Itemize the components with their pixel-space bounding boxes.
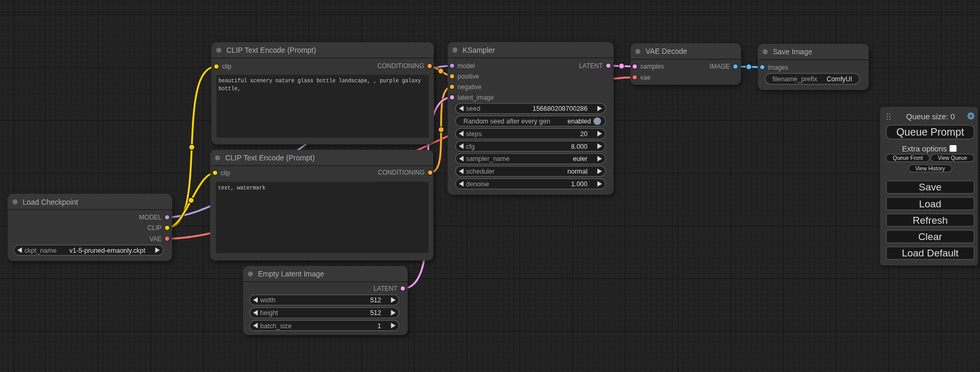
svg-text:v1-5-pruned-emaonly.ckpt: v1-5-pruned-emaonly.ckpt (70, 247, 146, 254)
svg-text:VAE: VAE (149, 235, 161, 243)
svg-text:positive: positive (458, 73, 479, 80)
svg-text:Clear: Clear (918, 231, 943, 242)
svg-text:Load Checkpoint: Load Checkpoint (23, 198, 78, 206)
svg-text:1.000: 1.000 (571, 180, 587, 188)
svg-text:1: 1 (377, 322, 381, 330)
svg-text:View Queue: View Queue (938, 155, 967, 161)
svg-text:Load: Load (919, 198, 941, 209)
svg-text:Queue size: 0: Queue size: 0 (906, 112, 955, 121)
svg-text:Extra options: Extra options (902, 145, 947, 153)
svg-text:Random seed after every gen: Random seed after every gen (463, 118, 550, 125)
svg-text:enabled: enabled (568, 118, 591, 125)
svg-text:bottle,: bottle, (219, 86, 241, 92)
svg-text:Save: Save (919, 182, 942, 193)
svg-text:vae: vae (641, 74, 651, 81)
svg-text:clip: clip (222, 63, 231, 70)
svg-text:156680208700286: 156680208700286 (532, 105, 587, 112)
svg-text:model: model (458, 62, 475, 70)
svg-text:cfg: cfg (466, 143, 475, 150)
svg-text:scheduler: scheduler (466, 168, 494, 175)
svg-text:samples: samples (641, 63, 664, 70)
svg-text:width: width (260, 297, 276, 304)
svg-text:CLIP: CLIP (148, 224, 162, 232)
svg-text:denoise: denoise (466, 180, 489, 188)
svg-text:Queue Front: Queue Front (892, 155, 923, 161)
svg-text:CONDITIONING: CONDITIONING (377, 62, 424, 70)
svg-text:euler: euler (573, 155, 588, 163)
svg-text:20: 20 (580, 130, 588, 138)
svg-text:Save Image: Save Image (773, 47, 812, 56)
svg-text:512: 512 (370, 309, 381, 317)
svg-text:Queue Prompt: Queue Prompt (896, 126, 964, 138)
svg-text:text, watermark: text, watermark (218, 185, 266, 191)
svg-text:Empty Latent Image: Empty Latent Image (258, 270, 325, 278)
svg-text:ckpt_name: ckpt_name (24, 247, 56, 254)
svg-text:MODEL: MODEL (139, 214, 162, 221)
svg-text:clip: clip (221, 169, 230, 177)
svg-text:negative: negative (458, 83, 482, 91)
svg-text:CLIP Text Encode (Prompt): CLIP Text Encode (Prompt) (225, 154, 315, 162)
svg-text:seed: seed (466, 105, 480, 112)
svg-text:LATENT: LATENT (373, 285, 397, 292)
svg-text:normal: normal (567, 168, 587, 175)
svg-text:Refresh: Refresh (913, 215, 948, 226)
svg-text:CLIP Text Encode (Prompt): CLIP Text Encode (Prompt) (227, 46, 316, 54)
svg-text:steps: steps (466, 130, 482, 138)
svg-text:IMAGE: IMAGE (710, 63, 730, 70)
svg-text:latent_image: latent_image (458, 94, 494, 101)
svg-text:View History: View History (915, 166, 945, 171)
svg-text:KSampler: KSampler (463, 46, 496, 54)
svg-text:batch_size: batch_size (260, 322, 292, 330)
svg-text:beautiful scenery nature glass: beautiful scenery nature glass bottle la… (219, 78, 421, 84)
svg-text:sampler_name: sampler_name (466, 155, 510, 163)
svg-text:height: height (260, 309, 279, 317)
svg-text:512: 512 (370, 297, 381, 304)
svg-text:images: images (768, 64, 789, 71)
svg-text:ComfyUI: ComfyUI (827, 75, 852, 83)
svg-text:VAE Decode: VAE Decode (646, 47, 687, 55)
svg-text:8.000: 8.000 (571, 143, 587, 150)
svg-text:LATENT: LATENT (579, 62, 603, 70)
svg-text:CONDITIONING: CONDITIONING (378, 169, 425, 176)
svg-text:Load Default: Load Default (902, 247, 959, 259)
svg-text:filename_prefix: filename_prefix (773, 75, 818, 83)
